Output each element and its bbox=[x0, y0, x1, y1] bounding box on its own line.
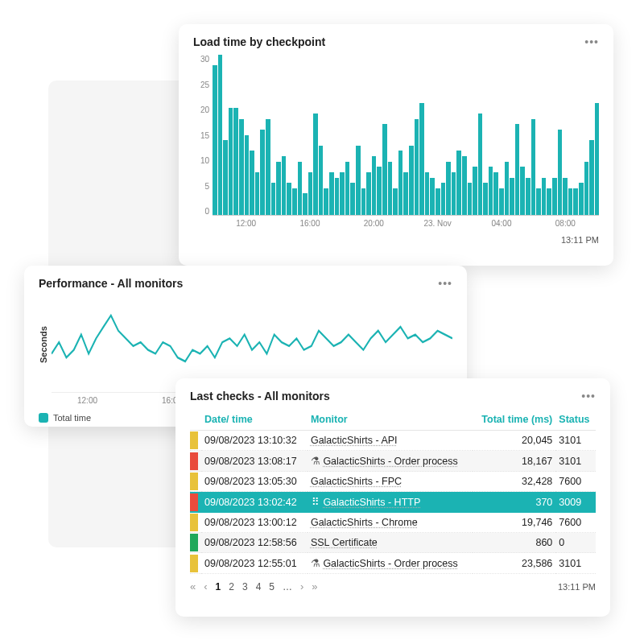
cell-total: 18,167 bbox=[473, 451, 555, 472]
cell-status: 7600 bbox=[555, 513, 596, 533]
bar bbox=[558, 130, 563, 215]
pager-page[interactable]: 4 bbox=[256, 581, 262, 592]
pager-page[interactable]: … bbox=[283, 581, 292, 592]
y-axis: 302520151050 bbox=[193, 55, 213, 216]
bar bbox=[308, 172, 313, 215]
cell-monitor: ⚗ GalacticShirts - Order process bbox=[308, 553, 473, 574]
bar bbox=[436, 188, 440, 215]
pager-page[interactable]: 5 bbox=[269, 581, 275, 592]
table-row[interactable]: 09/08/2023 12:58:56SSL Certificate8600 bbox=[190, 533, 596, 553]
card-timestamp: 13:11 PM bbox=[558, 582, 596, 592]
table-row[interactable]: 09/08/2023 13:10:32GalacticShirts - API2… bbox=[190, 431, 596, 451]
bar bbox=[287, 183, 291, 215]
bar bbox=[260, 130, 265, 215]
col-date[interactable]: Date/ time bbox=[201, 409, 308, 431]
bar-chart: 302520151050 12:0016:0020:0023. Nov04:00… bbox=[193, 55, 599, 232]
flask-icon: ⚗ bbox=[311, 455, 320, 467]
bar bbox=[563, 178, 568, 215]
cell-status: 3101 bbox=[555, 553, 596, 574]
status-indicator bbox=[190, 473, 198, 490]
bar bbox=[462, 156, 467, 215]
last-checks-card: Last checks - All monitors ••• Date/ tim… bbox=[175, 378, 610, 617]
bar bbox=[595, 103, 600, 215]
bar bbox=[382, 124, 387, 215]
bar bbox=[489, 167, 493, 215]
bar bbox=[430, 178, 435, 215]
card-timestamp: 13:11 PM bbox=[193, 235, 599, 245]
table-row[interactable]: 09/08/2023 13:08:17⚗ GalacticShirts - Or… bbox=[190, 451, 596, 472]
pager-controls: « ‹ 12345…›» bbox=[190, 580, 318, 592]
status-indicator bbox=[190, 452, 198, 470]
bar bbox=[276, 162, 281, 215]
grid-icon: ⠿ bbox=[311, 496, 320, 508]
table-row[interactable]: 09/08/2023 12:55:01⚗ GalacticShirts - Or… bbox=[190, 553, 596, 574]
bar bbox=[372, 156, 377, 215]
pager-prev-icon[interactable]: ‹ bbox=[204, 580, 207, 592]
col-status[interactable]: Status bbox=[555, 409, 596, 431]
bar bbox=[573, 188, 578, 215]
bar bbox=[499, 188, 504, 215]
bar bbox=[579, 183, 584, 215]
cell-status: 3101 bbox=[555, 451, 596, 472]
col-total[interactable]: Total time (ms) bbox=[473, 409, 555, 431]
bar bbox=[589, 140, 594, 215]
legend-label: Total time bbox=[53, 413, 91, 423]
cell-monitor: ⚗ GalacticShirts - Order process bbox=[308, 451, 473, 472]
bar bbox=[329, 172, 334, 215]
bar bbox=[441, 183, 446, 215]
pager-page[interactable]: 3 bbox=[242, 581, 248, 592]
cell-date: 09/08/2023 13:05:30 bbox=[201, 472, 308, 492]
more-icon[interactable]: ••• bbox=[581, 390, 596, 402]
cell-total: 20,045 bbox=[473, 431, 555, 451]
bar bbox=[345, 162, 350, 215]
table-row[interactable]: 09/08/2023 13:02:42⠿ GalacticShirts - HT… bbox=[190, 492, 596, 513]
bar bbox=[403, 172, 408, 215]
bar bbox=[255, 172, 260, 215]
cell-monitor: GalacticShirts - API bbox=[308, 431, 473, 451]
bar bbox=[536, 188, 541, 215]
more-icon[interactable]: ••• bbox=[584, 35, 599, 48]
cell-date: 09/08/2023 12:55:01 bbox=[201, 553, 308, 574]
bar bbox=[584, 162, 589, 215]
cell-monitor: GalacticShirts - FPC bbox=[308, 472, 473, 492]
cell-total: 32,428 bbox=[473, 472, 555, 492]
bar bbox=[292, 188, 297, 215]
flask-icon: ⚗ bbox=[311, 557, 320, 569]
bar bbox=[452, 172, 456, 215]
legend-swatch-icon bbox=[39, 413, 48, 423]
bar bbox=[377, 167, 382, 215]
cell-total: 370 bbox=[473, 492, 555, 513]
pager-last-icon[interactable]: » bbox=[312, 580, 317, 592]
table-row[interactable]: 09/08/2023 13:05:30GalacticShirts - FPC3… bbox=[190, 472, 596, 492]
cell-monitor: GalacticShirts - Chrome bbox=[308, 513, 473, 533]
pager-next-icon[interactable]: › bbox=[300, 580, 303, 592]
cell-monitor: SSL Certificate bbox=[308, 533, 473, 553]
col-status-color[interactable] bbox=[190, 409, 201, 431]
bar bbox=[324, 188, 328, 215]
bar bbox=[473, 167, 477, 215]
pager-page[interactable]: 2 bbox=[229, 581, 234, 592]
more-icon[interactable]: ••• bbox=[438, 277, 452, 290]
bar bbox=[239, 119, 244, 215]
checks-table: Date/ time Monitor Total time (ms) Statu… bbox=[190, 409, 596, 574]
pager-first-icon[interactable]: « bbox=[190, 580, 196, 592]
cell-date: 09/08/2023 13:08:17 bbox=[201, 451, 308, 472]
bar bbox=[398, 151, 403, 215]
bar bbox=[361, 188, 366, 215]
bar bbox=[542, 178, 547, 215]
bar bbox=[456, 151, 461, 215]
table-row[interactable]: 09/08/2023 13:00:12GalacticShirts - Chro… bbox=[190, 513, 596, 533]
cell-date: 09/08/2023 13:00:12 bbox=[201, 513, 308, 533]
cell-total: 23,586 bbox=[473, 553, 555, 574]
pager-page[interactable]: 1 bbox=[216, 581, 221, 592]
bar bbox=[303, 193, 308, 215]
x-tick: 12:00 bbox=[77, 396, 97, 405]
bar bbox=[419, 103, 424, 215]
col-monitor[interactable]: Monitor bbox=[308, 409, 473, 431]
bar bbox=[271, 183, 276, 215]
y-axis-label: Seconds bbox=[39, 296, 52, 393]
bar bbox=[356, 146, 361, 215]
status-indicator bbox=[190, 555, 198, 572]
status-indicator bbox=[190, 431, 198, 449]
cell-status: 0 bbox=[555, 533, 596, 553]
